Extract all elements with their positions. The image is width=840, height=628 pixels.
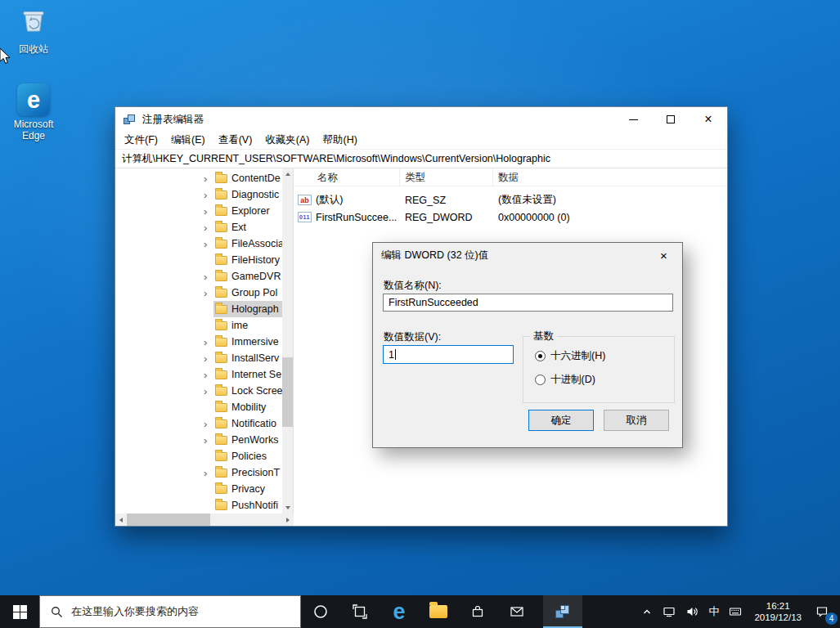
taskbar-clock[interactable]: 16:21 2019/12/13 — [747, 600, 809, 623]
decimal-radio[interactable]: 十进制(D) — [535, 373, 595, 387]
vertical-scroll-thumb[interactable] — [282, 357, 293, 427]
tree-item[interactable]: › Internet Se — [115, 366, 282, 383]
value-name-field[interactable]: FirstRunSucceeded — [383, 294, 673, 312]
cancel-button[interactable]: 取消 — [604, 410, 669, 431]
volume-status[interactable] — [681, 595, 703, 628]
touch-keyboard-button[interactable] — [724, 595, 747, 628]
action-center-button[interactable]: 4 — [809, 595, 840, 628]
regedit-app-icon — [123, 113, 136, 128]
folder-icon — [215, 501, 227, 510]
close-button[interactable]: × — [690, 107, 727, 132]
expand-chevron-icon[interactable]: › — [204, 173, 213, 185]
folder-icon — [215, 485, 227, 494]
expand-chevron-icon[interactable]: › — [204, 189, 213, 201]
start-button[interactable] — [0, 595, 39, 628]
tree-item[interactable]: › Explorer — [115, 203, 282, 219]
hex-radio-label: 十六进制(H) — [550, 349, 605, 363]
column-header[interactable]: 类型 — [400, 168, 493, 186]
tree-item[interactable]: › ContentDe — [115, 170, 282, 186]
tree-item-label: Explorer — [231, 205, 270, 217]
menu-item[interactable]: 查看(V) — [212, 132, 259, 149]
folder-icon — [215, 338, 227, 347]
menu-item[interactable]: 文件(F) — [118, 132, 164, 149]
hex-radio[interactable]: 十六进制(H) — [535, 349, 605, 363]
value-data-field[interactable]: 1 — [383, 345, 514, 364]
scroll-right-button[interactable] — [282, 514, 294, 526]
tree-item[interactable]: › GameDVR — [115, 268, 282, 285]
expand-chevron-icon[interactable]: › — [204, 352, 213, 365]
taskbar-search-box[interactable]: 在这里输入你要搜索的内容 — [39, 595, 301, 628]
folder-icon — [215, 289, 227, 298]
ok-button[interactable]: 确定 — [528, 410, 594, 431]
tree-item[interactable]: › Notificatio — [115, 415, 282, 432]
scroll-down-button[interactable] — [282, 502, 293, 514]
desktop-icon-edge[interactable]: e Microsoft Edge — [2, 83, 65, 141]
expand-chevron-icon[interactable]: › — [204, 434, 213, 446]
folder-icon — [215, 321, 227, 330]
tree-item[interactable]: › PushNotifi — [115, 497, 282, 514]
dialog-close-button[interactable]: × — [645, 243, 682, 267]
tree-item[interactable]: › Policies — [115, 448, 282, 464]
expand-chevron-icon[interactable]: › — [204, 222, 213, 234]
address-bar[interactable]: 计算机\HKEY_CURRENT_USER\SOFTWARE\Microsoft… — [115, 149, 727, 168]
tree-item[interactable]: › Group Pol — [115, 285, 282, 301]
tree-item-label: Internet Se — [231, 369, 281, 380]
expand-chevron-icon[interactable]: › — [204, 467, 213, 479]
expand-chevron-icon[interactable]: › — [204, 369, 213, 381]
expand-chevron-icon[interactable]: › — [204, 336, 213, 348]
radio-selected-icon — [535, 351, 546, 361]
ime-indicator[interactable]: 中 — [703, 595, 724, 628]
tree-item[interactable]: › PrecisionT — [115, 464, 282, 481]
tree-horizontal-scrollbar[interactable] — [115, 514, 294, 526]
tree-item[interactable]: › Holograph — [115, 301, 282, 317]
dialog-titlebar[interactable]: 编辑 DWORD (32 位)值 × — [373, 243, 682, 267]
menu-item[interactable]: 编辑(E) — [164, 132, 212, 149]
maximize-button[interactable] — [652, 107, 690, 132]
tree-item[interactable]: › Ext — [115, 219, 282, 236]
tree-item[interactable]: › Lock Scree — [115, 383, 282, 399]
registry-value-row[interactable]: 011 FirstRunSuccee... REG_DWORD 0x000000… — [294, 209, 727, 226]
expand-chevron-icon[interactable]: › — [204, 238, 213, 250]
value-data: 0x00000000 (0) — [493, 212, 727, 223]
system-tray: 中 16:21 2019/12/13 4 — [636, 595, 840, 628]
tree-item[interactable]: › ime — [115, 317, 282, 334]
minimize-button[interactable] — [614, 107, 652, 132]
tree-item[interactable]: › Mobility — [115, 399, 282, 415]
tree-item-label: Notificatio — [231, 418, 276, 429]
expand-chevron-icon[interactable]: › — [204, 418, 213, 430]
column-header[interactable]: 数据 — [493, 168, 727, 186]
expand-chevron-icon[interactable]: › — [204, 287, 213, 299]
tree-item[interactable]: › InstallServ — [115, 350, 282, 366]
window-titlebar[interactable]: 注册表编辑器 × — [115, 107, 727, 132]
tree-item[interactable]: › FileAssocia — [115, 236, 282, 252]
tree-item[interactable]: › Immersive — [115, 334, 282, 350]
scroll-up-button[interactable] — [282, 168, 293, 180]
file-explorer-icon — [429, 605, 447, 618]
tree-item[interactable]: › Privacy — [115, 481, 282, 497]
registry-value-row[interactable]: ab (默认) REG_SZ (数值未设置) — [294, 191, 727, 209]
value-data: (数值未设置) — [493, 193, 727, 207]
expand-chevron-icon[interactable]: › — [204, 385, 213, 397]
taskbar-regedit-button[interactable] — [543, 595, 582, 628]
column-header[interactable]: 名称 — [294, 168, 400, 186]
taskbar-file-explorer-button[interactable] — [419, 595, 458, 628]
expand-chevron-icon[interactable]: › — [204, 205, 213, 218]
taskbar-cortana-button[interactable] — [301, 595, 340, 628]
tray-expand-button[interactable] — [636, 595, 658, 628]
folder-icon — [215, 207, 227, 216]
menu-item[interactable]: 帮助(H) — [316, 132, 363, 149]
network-status[interactable] — [658, 595, 681, 628]
scroll-left-button[interactable] — [115, 514, 127, 526]
tree-item[interactable]: › FileHistory — [115, 252, 282, 268]
taskbar-mail-button[interactable] — [497, 595, 537, 628]
expand-chevron-icon[interactable]: › — [204, 271, 213, 283]
tree-item[interactable]: › PenWorks — [115, 432, 282, 448]
menu-item[interactable]: 收藏夹(A) — [258, 132, 316, 149]
taskbar-store-button[interactable] — [458, 595, 497, 628]
horizontal-scroll-thumb[interactable] — [127, 514, 210, 526]
tree-vertical-scrollbar[interactable] — [282, 168, 293, 514]
taskbar-task-view-button[interactable] — [340, 595, 380, 628]
taskbar-edge-button[interactable]: e — [380, 595, 419, 628]
base-group-box: 基数 十六进制(H) 十进制(D) — [523, 336, 675, 403]
tree-item[interactable]: › Diagnostic — [115, 186, 282, 203]
